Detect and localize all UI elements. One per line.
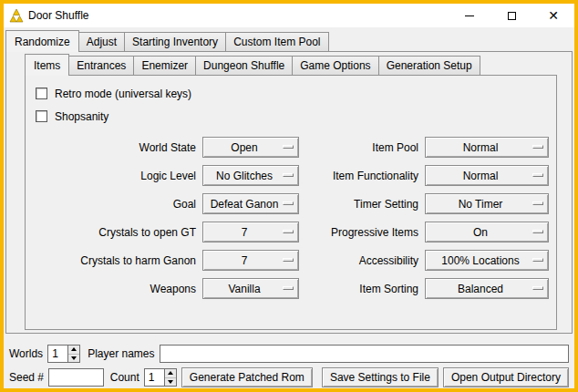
item-sorting-value: Balanced [458, 283, 503, 295]
item-functionality-dropdown[interactable]: Normal [425, 165, 549, 186]
count-spin-down-button[interactable] [165, 377, 176, 387]
count-value[interactable]: 1 [145, 369, 164, 386]
item-pool-label: Item Pool [303, 141, 421, 154]
item-sorting-label: Item Sorting [303, 283, 421, 295]
crystals-ganon-value: 7 [242, 254, 248, 267]
weapons-dropdown[interactable]: Vanilla [202, 278, 299, 299]
item-pool-value: Normal [463, 141, 499, 154]
item-sorting-dropdown[interactable]: Balanced [425, 278, 549, 299]
worlds-spinbox[interactable]: 1 [47, 345, 80, 363]
main-notebook: Randomize Adjust Starting Inventory Cust… [5, 30, 573, 334]
open-output-directory-button[interactable]: Open Output Directory [443, 367, 569, 387]
progressive-items-label: Progressive Items [303, 226, 421, 239]
logic-level-label: Logic Level [31, 170, 199, 182]
world-state-label: World State [31, 141, 199, 154]
dropdown-indicator-icon [283, 145, 294, 149]
progressive-items-dropdown[interactable]: On [425, 222, 549, 242]
player-names-input[interactable] [160, 345, 570, 363]
items-tab-pane: Retro mode (universal keys) Shopsanity W… [25, 75, 557, 330]
tab-starting-inventory[interactable]: Starting Inventory [124, 32, 226, 51]
shopsanity-label: Shopsanity [55, 110, 108, 123]
player-names-label: Player names [88, 347, 154, 360]
world-state-value: Open [231, 141, 257, 154]
dropdown-indicator-icon [532, 145, 543, 149]
tab-generation-setup[interactable]: Generation Setup [378, 56, 480, 75]
logic-level-dropdown[interactable]: No Glitches [202, 165, 299, 186]
tab-adjust[interactable]: Adjust [78, 32, 125, 51]
dropdown-indicator-icon [283, 286, 294, 290]
accessibility-value: 100% Locations [441, 254, 519, 267]
minimize-button[interactable] [449, 4, 490, 27]
main-tab-bar: Randomize Adjust Starting Inventory Cust… [5, 30, 573, 51]
tab-entrances[interactable]: Entrances [68, 56, 134, 75]
tab-randomize[interactable]: Randomize [5, 30, 79, 52]
title-bar: Door Shuffle ✕ [4, 4, 574, 27]
worlds-label: Worlds [9, 347, 43, 360]
retro-mode-checkbox[interactable] [36, 88, 47, 99]
crystals-gt-dropdown[interactable]: 7 [202, 222, 299, 242]
sub-notebook: Items Entrances Enemizer Dungeon Shuffle… [25, 54, 557, 330]
count-spin-buttons [164, 369, 176, 386]
tab-custom-item-pool[interactable]: Custom Item Pool [225, 32, 328, 51]
worlds-spin-down-button[interactable] [68, 354, 79, 363]
crystals-ganon-dropdown[interactable]: 7 [202, 250, 299, 271]
seed-input[interactable] [48, 368, 104, 387]
dropdown-indicator-icon [283, 201, 294, 205]
goal-label: Goal [31, 198, 199, 211]
weapons-value: Vanilla [228, 283, 260, 295]
count-spin-up-button[interactable] [165, 369, 176, 377]
item-pool-dropdown[interactable]: Normal [425, 137, 549, 158]
tab-enemizer[interactable]: Enemizer [133, 56, 196, 75]
caption-buttons: ✕ [449, 4, 574, 27]
timer-setting-value: No Timer [459, 198, 503, 211]
seed-row: Seed # Count 1 Generate Patched Rom Save… [4, 366, 574, 388]
worlds-row: Worlds 1 Player names [4, 343, 574, 365]
arrow-down-icon [71, 356, 77, 360]
app-window: Door Shuffle ✕ Randomize Adjust Starting… [0, 0, 578, 392]
tab-items[interactable]: Items [25, 54, 69, 76]
goal-value: Defeat Ganon [211, 198, 279, 211]
world-state-dropdown[interactable]: Open [202, 137, 299, 158]
generate-patched-rom-button[interactable]: Generate Patched Rom [181, 367, 313, 387]
close-button[interactable]: ✕ [532, 4, 574, 27]
tab-game-options[interactable]: Game Options [292, 56, 378, 75]
accessibility-label: Accessibility [303, 254, 421, 267]
save-settings-button[interactable]: Save Settings to File [322, 367, 439, 387]
progressive-items-value: On [473, 226, 488, 239]
shopsanity-checkbox-row: Shopsanity [36, 107, 552, 126]
worlds-spin-buttons [67, 346, 79, 362]
tab-dungeon-shuffle[interactable]: Dungeon Shuffle [195, 56, 293, 75]
timer-setting-label: Timer Setting [303, 198, 421, 211]
accessibility-dropdown[interactable]: 100% Locations [425, 250, 549, 271]
dropdown-indicator-icon [532, 230, 543, 233]
arrow-down-icon [168, 380, 173, 384]
window-title: Door Shuffle [28, 9, 89, 22]
options-grid: World State Open Item Pool Normal Logic … [31, 137, 552, 299]
arrow-up-icon [71, 347, 77, 351]
retro-mode-checkbox-row: Retro mode (universal keys) [36, 84, 552, 103]
dropdown-indicator-icon [283, 173, 294, 177]
logic-level-value: No Glitches [216, 170, 273, 182]
seed-label: Seed # [9, 371, 44, 384]
dropdown-indicator-icon [532, 173, 543, 177]
timer-setting-dropdown[interactable]: No Timer [425, 193, 549, 214]
dropdown-indicator-icon [283, 258, 294, 262]
window-body: Randomize Adjust Starting Inventory Cust… [4, 30, 574, 391]
worlds-value[interactable]: 1 [48, 346, 67, 362]
main-tab-pane: Items Entrances Enemizer Dungeon Shuffle… [5, 51, 573, 334]
arrow-up-icon [168, 371, 173, 375]
goal-dropdown[interactable]: Defeat Ganon [202, 193, 299, 214]
retro-mode-label: Retro mode (universal keys) [55, 88, 191, 100]
dropdown-indicator-icon [532, 258, 543, 262]
crystals-ganon-label: Crystals to harm Ganon [31, 254, 199, 267]
count-spinbox[interactable]: 1 [144, 368, 177, 387]
close-icon: ✕ [548, 9, 559, 22]
shopsanity-checkbox[interactable] [36, 110, 47, 122]
maximize-button[interactable] [490, 4, 532, 27]
dropdown-indicator-icon [283, 230, 294, 233]
dropdown-indicator-icon [532, 286, 543, 290]
count-label: Count [110, 371, 139, 384]
minimize-icon [465, 15, 474, 16]
footer: Worlds 1 Player names Seed # Count 1 [4, 343, 574, 388]
worlds-spin-up-button[interactable] [68, 346, 79, 354]
